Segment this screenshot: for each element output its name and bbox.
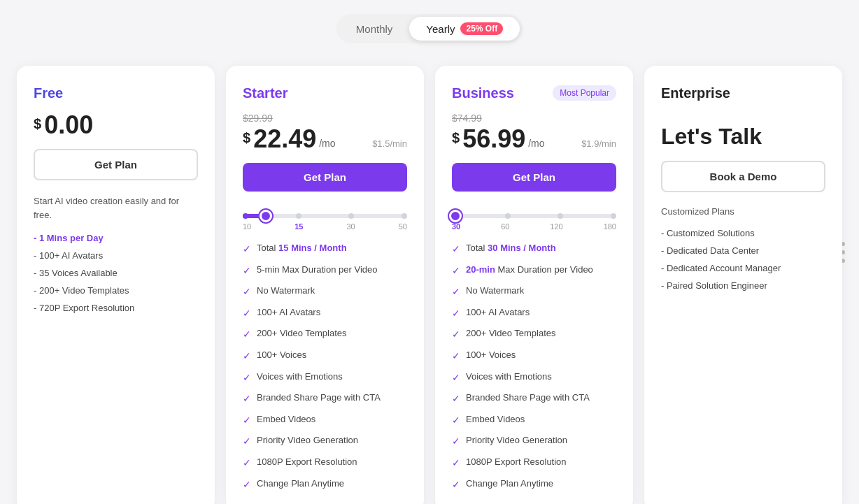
starter-feature-duration: ✓ 5-min Max Duration per Video: [243, 264, 407, 278]
enterprise-feature-engineer: - Paired Solution Engineer: [661, 280, 825, 291]
business-feature-change: ✓ Change Plan Anytime: [452, 477, 616, 492]
dot-120: [558, 213, 563, 219]
business-feature-branded: ✓ Branded Share Page with CTA: [452, 391, 616, 406]
starter-plan-card: Starter $29.99 $ 22.49 /mo $1.5/min Get …: [226, 66, 424, 504]
check-icon: ✓: [452, 264, 460, 278]
check-icon: ✓: [452, 285, 460, 299]
check-icon: ✓: [243, 414, 251, 428]
business-feature-1080p: ✓ 1080P Export Resolution: [452, 456, 616, 470]
label-30: 30: [347, 222, 355, 231]
check-icon: ✓: [452, 350, 460, 363]
starter-feature-change: ✓ Change Plan Anytime: [243, 477, 407, 492]
business-price-dollar: $: [452, 131, 460, 145]
check-icon: ✓: [243, 307, 251, 321]
business-price-main: 56.99: [462, 127, 525, 152]
dot-180: [611, 213, 616, 219]
check-icon: ✓: [243, 285, 251, 299]
starter-feature-priority: ✓ Priority Video Generation: [243, 434, 407, 449]
business-price-row: $ 56.99 /mo $1.9/min: [452, 127, 616, 152]
starter-feature-emotions: ✓ Voices with Emotions: [243, 370, 407, 385]
check-icon: ✓: [452, 414, 460, 428]
business-price-per-min: $1.9/min: [581, 138, 616, 149]
business-slider-dots: [452, 213, 616, 219]
dot-15: [296, 213, 301, 219]
billing-toggle: Monthly Yearly 25% Off: [336, 14, 523, 43]
free-price-dollar: $: [34, 117, 41, 131]
plans-container: Free $ 0.00 Get Plan Start AI video crea…: [17, 66, 842, 504]
starter-slider-track: [243, 214, 407, 218]
starter-feature-branded: ✓ Branded Share Page with CTA: [243, 391, 407, 406]
free-feature-5: - 720P Export Resolution: [34, 303, 198, 313]
business-feature-watermark: ✓ No Watermark: [452, 285, 616, 299]
enterprise-price-area: Let's Talk: [661, 124, 825, 150]
business-slider-labels: 30 60 120 180: [452, 222, 616, 231]
yearly-toggle[interactable]: Yearly 25% Off: [409, 17, 520, 41]
business-features-list: ✓ Total 30 Mins / Month ✓ 20-min Max Dur…: [452, 242, 616, 491]
business-feature-voices: ✓ 100+ Voices: [452, 349, 616, 363]
dot-30: [348, 213, 354, 219]
starter-feature-voices: ✓ 100+ Voices: [243, 349, 407, 363]
check-icon: ✓: [243, 328, 251, 342]
discount-badge: 25% Off: [460, 22, 503, 35]
check-icon: ✓: [452, 328, 460, 342]
business-plan-card: Business Most Popular $74.99 $ 56.99 /mo…: [435, 66, 633, 504]
free-feature-3: - 35 Voices Available: [34, 268, 198, 278]
dot-30: [452, 213, 457, 219]
enterprise-plan-card: Enterprise Let's Talk Book a Demo Custom…: [644, 66, 842, 504]
free-description: Start AI video creation easily and for f…: [34, 194, 198, 222]
starter-features-list: ✓ Total 15 Mins / Month ✓ 5-min Max Dura…: [243, 242, 407, 491]
check-icon: ✓: [452, 307, 460, 321]
check-icon: ✓: [243, 456, 251, 470]
free-get-plan-button[interactable]: Get Plan: [34, 149, 198, 180]
label-120: 120: [550, 222, 562, 231]
check-icon: ✓: [243, 350, 251, 363]
dot-60: [505, 213, 511, 219]
free-feature-4: - 200+ Video Templates: [34, 285, 198, 296]
free-price-row: $ 0.00: [34, 113, 198, 138]
business-get-plan-button[interactable]: Get Plan: [452, 163, 616, 192]
starter-feature-avatars: ✓ 100+ AI Avatars: [243, 306, 407, 321]
free-features-list: - 1 Mins per Day - 100+ AI Avatars - 35 …: [34, 233, 198, 313]
business-original-price: $74.99: [452, 113, 616, 124]
free-plan-name: Free: [34, 85, 198, 101]
enterprise-book-demo-button[interactable]: Book a Demo: [661, 161, 825, 192]
label-180: 180: [604, 222, 616, 231]
enterprise-plan-name: Enterprise: [661, 85, 825, 101]
starter-feature-embed: ✓ Embed Videos: [243, 413, 407, 428]
check-icon: ✓: [243, 371, 251, 385]
starter-feature-watermark: ✓ No Watermark: [243, 285, 407, 299]
check-icon: ✓: [452, 371, 460, 385]
check-icon: ✓: [452, 435, 460, 449]
free-plan-card: Free $ 0.00 Get Plan Start AI video crea…: [17, 66, 215, 504]
starter-plan-name: Starter: [243, 85, 407, 101]
enterprise-feature-manager: - Dedicated Account Manager: [661, 263, 825, 273]
starter-price-main: 22.49: [253, 127, 316, 152]
monthly-toggle[interactable]: Monthly: [339, 17, 410, 41]
free-price-main: 0.00: [44, 113, 93, 138]
enterprise-feature-solutions: - Customized Solutions: [661, 228, 825, 238]
business-slider[interactable]: 30 60 120 180: [452, 214, 616, 231]
business-slider-track: [452, 214, 616, 218]
yearly-label: Yearly: [426, 23, 455, 35]
starter-slider-labels: 10 15 30 50: [243, 222, 407, 231]
most-popular-badge: Most Popular: [553, 85, 616, 101]
check-icon: ✓: [452, 243, 460, 257]
check-icon: ✓: [243, 243, 251, 257]
starter-get-plan-button[interactable]: Get Plan: [243, 163, 407, 192]
enterprise-description: Customized Plans: [661, 206, 825, 217]
starter-slider[interactable]: 10 15 30 50: [243, 214, 407, 231]
check-icon: ✓: [452, 392, 460, 406]
business-feature-emotions: ✓ Voices with Emotions: [452, 370, 616, 385]
enterprise-features-list: - Customized Solutions - Dedicated Data …: [661, 228, 825, 291]
starter-slider-dots: [243, 213, 407, 219]
label-30: 30: [452, 222, 460, 231]
label-60: 60: [501, 222, 509, 231]
business-feature-duration: ✓ 20-min Max Duration per Video: [452, 264, 616, 278]
business-feature-embed: ✓ Embed Videos: [452, 413, 616, 428]
enterprise-feature-datacenter: - Dedicated Data Center: [661, 245, 825, 256]
starter-price-row: $ 22.49 /mo $1.5/min: [243, 127, 407, 152]
free-feature-2: - 100+ AI Avatars: [34, 250, 198, 261]
dot-10: [243, 213, 248, 219]
business-price-period: /mo: [528, 138, 544, 149]
label-10: 10: [243, 222, 251, 231]
